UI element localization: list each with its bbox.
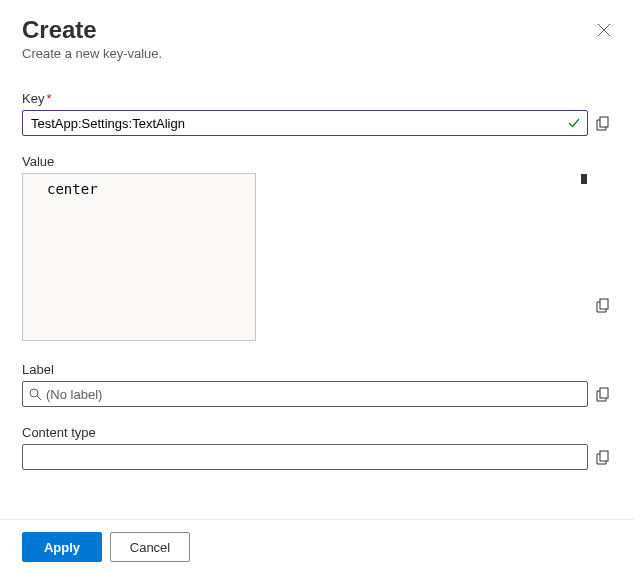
key-label: Key*	[22, 91, 612, 106]
copy-value-button[interactable]	[594, 296, 612, 314]
svg-rect-4	[600, 451, 608, 461]
page-subtitle: Create a new key-value.	[22, 46, 612, 61]
content-type-label: Content type	[22, 425, 612, 440]
svg-rect-1	[600, 299, 608, 309]
apply-button[interactable]: Apply	[22, 532, 102, 562]
value-label: Value	[22, 154, 612, 169]
label-field-label: Label	[22, 362, 612, 377]
page-title: Create	[22, 16, 612, 44]
scrollbar[interactable]	[581, 174, 587, 184]
copy-key-button[interactable]	[594, 114, 612, 132]
svg-point-2	[30, 389, 38, 397]
svg-rect-0	[600, 117, 608, 127]
content-type-input[interactable]	[23, 445, 587, 469]
copy-icon	[596, 450, 611, 465]
close-icon	[597, 23, 611, 37]
cancel-button[interactable]: Cancel	[110, 532, 190, 562]
label-input[interactable]	[46, 387, 581, 402]
check-icon	[567, 116, 581, 130]
copy-icon	[596, 387, 611, 402]
close-button[interactable]	[592, 18, 616, 42]
svg-rect-3	[600, 388, 608, 398]
copy-icon	[596, 298, 611, 313]
search-icon	[29, 388, 42, 401]
copy-label-button[interactable]	[594, 385, 612, 403]
key-input[interactable]	[23, 111, 567, 135]
value-textarea[interactable]: center	[22, 173, 256, 341]
required-marker: *	[46, 91, 51, 106]
copy-content-type-button[interactable]	[594, 448, 612, 466]
copy-icon	[596, 116, 611, 131]
